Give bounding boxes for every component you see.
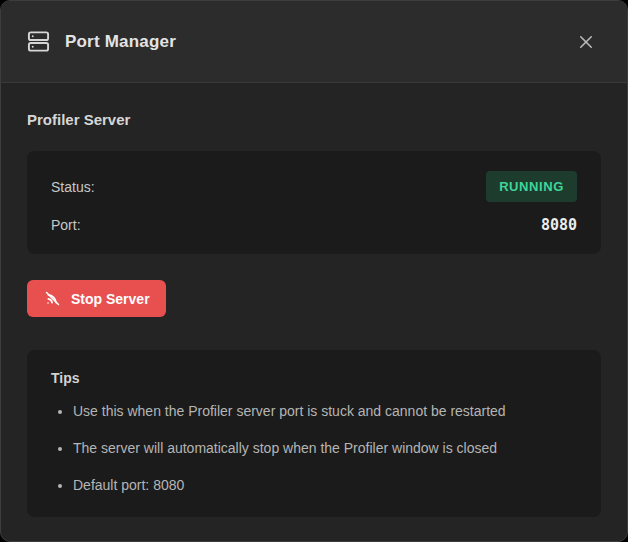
- close-icon: [577, 33, 595, 51]
- port-row: Port: 8080: [51, 216, 577, 234]
- dialog-title: Port Manager: [65, 32, 176, 52]
- dialog-content: Profiler Server Status: RUNNING Port: 80…: [1, 83, 627, 517]
- port-label: Port:: [51, 217, 81, 233]
- section-heading: Profiler Server: [27, 111, 601, 128]
- status-label: Status:: [51, 179, 95, 195]
- tips-item: The server will automatically stop when …: [73, 438, 577, 458]
- disconnect-icon: [43, 289, 62, 308]
- status-badge: RUNNING: [486, 171, 577, 202]
- tips-list: Use this when the Profiler server port i…: [51, 401, 577, 495]
- tips-item: Use this when the Profiler server port i…: [73, 401, 577, 421]
- stop-server-button[interactable]: Stop Server: [27, 280, 166, 317]
- close-button[interactable]: [571, 27, 601, 57]
- status-panel: Status: RUNNING Port: 8080: [27, 151, 601, 254]
- server-icon: [27, 30, 50, 53]
- tips-panel: Tips Use this when the Profiler server p…: [27, 350, 601, 517]
- stop-server-label: Stop Server: [71, 291, 150, 307]
- titlebar: Port Manager: [1, 1, 627, 83]
- port-manager-dialog: Port Manager Profiler Server Status: RUN…: [0, 0, 628, 542]
- tips-item: Default port: 8080: [73, 475, 577, 495]
- tips-heading: Tips: [51, 370, 577, 386]
- port-value: 8080: [541, 216, 577, 234]
- status-row: Status: RUNNING: [51, 171, 577, 202]
